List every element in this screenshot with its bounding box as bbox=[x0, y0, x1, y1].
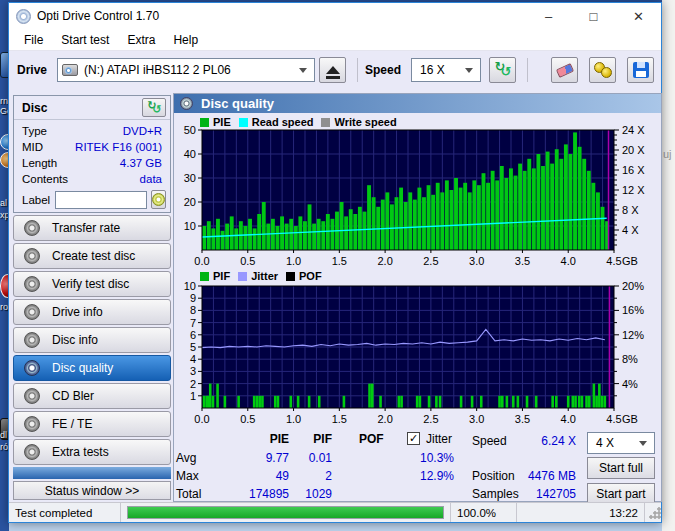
statusbar: Test completed 100.0% 13:22 bbox=[9, 502, 661, 522]
svg-text:24 X: 24 X bbox=[622, 126, 645, 136]
svg-text:4%: 4% bbox=[622, 378, 638, 390]
svg-text:4.5: 4.5 bbox=[606, 255, 621, 267]
app-disc-icon bbox=[16, 9, 31, 24]
menu-start-test[interactable]: Start test bbox=[52, 30, 118, 50]
svg-text:40: 40 bbox=[184, 148, 196, 160]
svg-text:0.5: 0.5 bbox=[240, 255, 255, 267]
desktop-bottom-strip bbox=[9, 523, 662, 531]
refresh-icon: ↻↺ bbox=[147, 101, 161, 115]
svg-text:3: 3 bbox=[190, 365, 196, 377]
menubar: FileStart testExtraHelp bbox=[9, 29, 661, 51]
samples-value: 142705 bbox=[504, 487, 576, 501]
sidebar-button-disc-quality[interactable]: Disc quality bbox=[13, 355, 171, 381]
svg-text:9: 9 bbox=[190, 292, 196, 304]
erase-disc-button[interactable] bbox=[551, 57, 578, 83]
chevron-down-icon bbox=[639, 441, 647, 446]
close-button[interactable]: ✕ bbox=[616, 3, 661, 29]
progress-bar bbox=[127, 506, 444, 519]
license-button[interactable] bbox=[589, 57, 616, 83]
col-pie: PIE bbox=[240, 432, 289, 446]
menu-help[interactable]: Help bbox=[164, 30, 207, 50]
svg-text:0.0: 0.0 bbox=[194, 413, 209, 425]
svg-text:7: 7 bbox=[190, 317, 196, 329]
menu-file[interactable]: File bbox=[15, 30, 52, 50]
svg-text:20%: 20% bbox=[622, 282, 644, 292]
pif-chart-legend: PIFJitterPOF bbox=[200, 270, 330, 282]
legend-swatch bbox=[200, 272, 209, 281]
svg-text:6: 6 bbox=[190, 329, 196, 341]
toolbar: Drive (N:) ATAPI iHBS112 2 PL06 Speed 16… bbox=[9, 51, 661, 89]
disc-label-button[interactable] bbox=[151, 190, 166, 209]
disc-field-type: TypeDVD+R bbox=[14, 123, 170, 139]
status-window-button[interactable]: Status window >> bbox=[13, 481, 171, 500]
start-full-button[interactable]: Start full bbox=[587, 457, 655, 479]
svg-text:30: 30 bbox=[184, 172, 196, 184]
menu-extra[interactable]: Extra bbox=[118, 30, 164, 50]
svg-text:2.0: 2.0 bbox=[377, 255, 392, 267]
max-pif: 2 bbox=[294, 469, 332, 483]
titlebar[interactable]: Opti Drive Control 1.70 – □ ✕ bbox=[9, 3, 661, 29]
speed-label: Speed bbox=[365, 63, 401, 77]
svg-text:8%: 8% bbox=[622, 353, 638, 365]
chevron-down-icon bbox=[299, 68, 307, 73]
sidebar-button-cd-bler[interactable]: CD Bler bbox=[13, 383, 171, 409]
svg-text:16 X: 16 X bbox=[622, 164, 645, 176]
stats-table: PIE PIF POF ✓ Jitter Avg 9.77 0.01 10.3%… bbox=[174, 430, 663, 502]
disc-field-contents: Contentsdata bbox=[14, 171, 170, 187]
sidebar-button-verify-test-disc[interactable]: Verify test disc bbox=[13, 271, 171, 297]
pie-chart: 10203040504 X8 X12 X16 X20 X24 X0.00.51.… bbox=[174, 126, 661, 268]
svg-text:8 X: 8 X bbox=[622, 204, 639, 216]
gold-disc-icon bbox=[152, 193, 165, 206]
app-window: Zapisywanie jako Opti Drive Control 1.70… bbox=[8, 2, 662, 523]
refresh-icon: ↻↺ bbox=[495, 62, 511, 78]
disc-refresh-button[interactable]: ↻↺ bbox=[142, 98, 166, 117]
elapsed-time: 13:22 bbox=[517, 503, 645, 522]
label-input[interactable] bbox=[55, 191, 147, 209]
status-text: Test completed bbox=[9, 503, 121, 522]
maximize-button[interactable]: □ bbox=[571, 3, 616, 29]
total-pie: 174895 bbox=[240, 487, 289, 501]
svg-text:0.0: 0.0 bbox=[194, 255, 209, 267]
svg-text:0.5: 0.5 bbox=[240, 413, 255, 425]
svg-text:12 X: 12 X bbox=[622, 184, 645, 196]
verify-test-disc-icon bbox=[24, 276, 40, 292]
sidebar-button-create-test-disc[interactable]: Create test disc bbox=[13, 243, 171, 269]
avg-jitter: 10.3% bbox=[404, 451, 454, 465]
speed-value: 16 X bbox=[420, 63, 445, 77]
svg-text:4.5: 4.5 bbox=[606, 413, 621, 425]
window-title: Opti Drive Control 1.70 bbox=[37, 9, 159, 23]
cd-bler-icon bbox=[24, 388, 40, 404]
disc-info-icon bbox=[24, 332, 40, 348]
svg-text:4.0: 4.0 bbox=[561, 255, 576, 267]
svg-text:2.5: 2.5 bbox=[423, 413, 438, 425]
svg-text:4.0: 4.0 bbox=[561, 413, 576, 425]
disc-panel-title: Disc bbox=[22, 101, 47, 115]
sidebar-button-disc-info[interactable]: Disc info bbox=[13, 327, 171, 353]
minimize-button[interactable]: – bbox=[526, 3, 571, 29]
svg-text:12%: 12% bbox=[622, 329, 644, 341]
sidebar-button-drive-info[interactable]: Drive info bbox=[13, 299, 171, 325]
extra-tests-icon bbox=[24, 444, 40, 460]
legend-swatch bbox=[238, 272, 247, 281]
drive-select[interactable]: (N:) ATAPI iHBS112 2 PL06 bbox=[57, 58, 315, 82]
refresh-button[interactable]: ↻↺ bbox=[489, 57, 516, 83]
speed-select[interactable]: 16 X bbox=[411, 58, 481, 82]
svg-text:5: 5 bbox=[190, 341, 196, 353]
svg-text:1.0: 1.0 bbox=[286, 255, 301, 267]
save-button[interactable] bbox=[627, 57, 654, 83]
svg-text:50: 50 bbox=[184, 126, 196, 136]
progress-cell bbox=[121, 503, 451, 522]
jitter-checkbox[interactable]: ✓ bbox=[407, 432, 420, 445]
max-jitter: 12.9% bbox=[404, 469, 454, 483]
col-pof: POF bbox=[359, 432, 384, 446]
eject-button[interactable] bbox=[319, 57, 346, 83]
sidebar-button-extra-tests[interactable]: Extra tests bbox=[13, 439, 171, 465]
svg-text:1.5: 1.5 bbox=[332, 255, 347, 267]
svg-text:3.5: 3.5 bbox=[515, 255, 530, 267]
resize-grip[interactable] bbox=[649, 507, 661, 519]
disc-quality-panel: Disc quality PIERead speedWrite speed 10… bbox=[173, 93, 662, 502]
sidebar-button-transfer-rate[interactable]: Transfer rate bbox=[13, 215, 171, 241]
sidebar-button-fe-te[interactable]: FE / TE bbox=[13, 411, 171, 437]
coins-icon bbox=[594, 62, 612, 78]
scan-speed-select[interactable]: 4 X bbox=[587, 432, 655, 454]
